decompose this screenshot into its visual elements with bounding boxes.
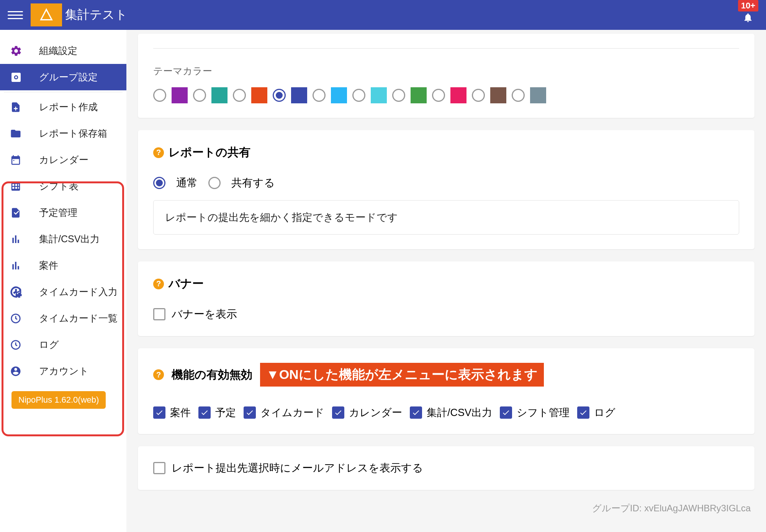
- sidebar-item-label: レポート作成: [39, 101, 98, 113]
- feature-checkbox-label: ログ: [594, 406, 615, 419]
- banner-card: ? バナー バナーを表示: [138, 261, 755, 336]
- sidebar-item-group-settings[interactable]: グループ設定: [0, 64, 126, 90]
- clock-icon: [10, 339, 27, 351]
- color-radio[interactable]: [512, 89, 525, 102]
- color-swatch[interactable]: [371, 87, 387, 103]
- features-card: ? 機能の有効無効 ▼ONにした機能が左メニューに表示されます 案件予定タイムカ…: [138, 348, 755, 434]
- sidebar-item-label: ログ: [39, 338, 59, 351]
- feature-checkbox-label: カレンダー: [349, 406, 402, 419]
- color-swatch[interactable]: [450, 87, 466, 103]
- help-icon[interactable]: ?: [153, 369, 164, 380]
- feature-checkbox[interactable]: [244, 406, 256, 419]
- sidebar-item-label: 案件: [39, 259, 58, 272]
- sidebar-item-calendar[interactable]: カレンダー: [0, 147, 126, 173]
- sidebar-item-project[interactable]: 案件: [0, 252, 126, 279]
- color-radio[interactable]: [273, 89, 286, 102]
- color-radio[interactable]: [392, 89, 405, 102]
- features-title: 機能の有効無効: [172, 367, 252, 383]
- color-swatch[interactable]: [251, 87, 267, 103]
- radio-share-label: 共有する: [231, 176, 275, 190]
- feature-checkbox[interactable]: [500, 406, 512, 419]
- sidebar-item-label: タイムカード一覧: [39, 312, 118, 325]
- file-plus-icon: [10, 101, 27, 113]
- color-radio[interactable]: [313, 89, 326, 102]
- sidebar-item-label: シフト表: [39, 180, 79, 193]
- theme-card: テーマカラー: [138, 34, 755, 118]
- feature-check-item: 予定: [198, 406, 236, 419]
- user-icon: [10, 366, 27, 377]
- color-swatch[interactable]: [490, 87, 506, 103]
- radio-normal[interactable]: [153, 177, 165, 189]
- features-banner: ▼ONにした機能が左メニューに表示されます: [260, 363, 544, 387]
- sidebar-item-schedule[interactable]: 予定管理: [0, 199, 126, 226]
- sidebar-item-account[interactable]: アカウント: [0, 358, 126, 384]
- sidebar-item-label: グループ設定: [39, 71, 98, 83]
- sidebar-item-timecard-in[interactable]: タイムカード入力: [0, 279, 126, 305]
- sidebar-item-label: カレンダー: [39, 153, 88, 166]
- color-swatch[interactable]: [411, 87, 427, 103]
- color-radio[interactable]: [432, 89, 445, 102]
- calendar-icon: [10, 154, 27, 166]
- gear-box-icon: [10, 71, 27, 83]
- sidebar-item-csv[interactable]: 集計/CSV出力: [0, 226, 126, 252]
- sidebar-item-log[interactable]: ログ: [0, 331, 126, 358]
- help-icon[interactable]: ?: [153, 279, 164, 289]
- help-icon[interactable]: ?: [153, 147, 164, 158]
- color-radio[interactable]: [233, 89, 246, 102]
- sidebar-item-label: 組織設定: [39, 44, 77, 57]
- color-swatch[interactable]: [530, 87, 546, 103]
- color-swatch[interactable]: [291, 87, 307, 103]
- color-radio[interactable]: [472, 89, 485, 102]
- email-card: レポート提出先選択時にメールアドレスを表示する: [138, 446, 755, 490]
- color-radio[interactable]: [352, 89, 365, 102]
- feature-check-item: 案件: [153, 406, 191, 419]
- sidebar-item-label: 集計/CSV出力: [39, 233, 100, 245]
- sidebar-item-report-create[interactable]: レポート作成: [0, 94, 126, 120]
- email-checkbox[interactable]: [153, 462, 165, 474]
- app-header: 集計テスト 10+: [0, 0, 766, 30]
- gear-icon: [10, 45, 27, 57]
- page-title: 集計テスト: [65, 7, 128, 23]
- feature-checkbox-label: タイムカード: [260, 406, 324, 419]
- feature-checkbox[interactable]: [332, 406, 344, 419]
- sidebar-item-report-archive[interactable]: レポート保存箱: [0, 120, 126, 147]
- sidebar-item-org-settings[interactable]: 組織設定: [0, 38, 126, 64]
- color-radio[interactable]: [193, 89, 206, 102]
- menu-icon[interactable]: [8, 7, 23, 23]
- feature-check-item: シフト管理: [500, 406, 570, 419]
- email-checkbox-label: レポート提出先選択時にメールアドレスを表示する: [172, 461, 423, 475]
- notifications[interactable]: 10+: [738, 0, 758, 23]
- bell-icon: [743, 12, 753, 23]
- sidebar-item-label: アカウント: [39, 365, 89, 377]
- radio-normal-label: 通常: [176, 176, 198, 190]
- main-content: テーマカラー ? レポートの共有 通常 共有する レポートの提出先を細かく指定で…: [126, 30, 766, 532]
- clock-plus-icon: [10, 286, 27, 298]
- feature-check-item: カレンダー: [332, 406, 402, 419]
- banner-title: ? バナー: [153, 276, 739, 292]
- feature-checkbox-label: 案件: [170, 406, 191, 419]
- color-swatch[interactable]: [331, 87, 347, 103]
- chart-bar-icon: [10, 260, 27, 271]
- feature-check-item: 集計/CSV出力: [410, 406, 492, 419]
- banner-checkbox-label: バナーを表示: [172, 307, 237, 321]
- color-swatch[interactable]: [211, 87, 228, 103]
- sidebar-item-label: 予定管理: [39, 206, 77, 219]
- notification-badge: 10+: [738, 0, 758, 11]
- theme-label: テーマカラー: [153, 65, 739, 77]
- share-title: ? レポートの共有: [153, 145, 739, 160]
- chart-bar-icon: [10, 233, 27, 245]
- radio-share[interactable]: [208, 177, 221, 189]
- group-id: グループID: xvEluAgJAWHBRy3IGLca: [138, 502, 755, 514]
- app-logo[interactable]: [31, 3, 62, 26]
- banner-checkbox[interactable]: [153, 308, 165, 320]
- color-radio[interactable]: [153, 89, 166, 102]
- divider: [4, 92, 123, 92]
- feature-checkbox[interactable]: [410, 406, 422, 419]
- feature-checkbox[interactable]: [153, 406, 165, 419]
- feature-checkbox[interactable]: [198, 406, 211, 419]
- feature-checkbox[interactable]: [577, 406, 589, 419]
- check-file-icon: [10, 207, 27, 219]
- color-swatch[interactable]: [172, 87, 188, 103]
- sidebar-item-shift[interactable]: シフト表: [0, 173, 126, 199]
- sidebar-item-timecard-list[interactable]: タイムカード一覧: [0, 305, 126, 331]
